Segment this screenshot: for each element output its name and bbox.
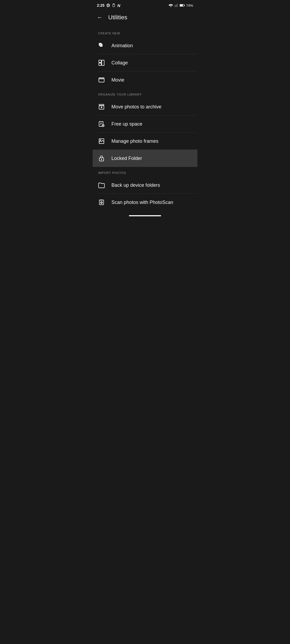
menu-item-locked-folder[interactable]: Locked Folder	[93, 150, 197, 167]
menu-item-photoscan[interactable]: Scan photos with PhotoScan	[93, 194, 197, 211]
menu-item-free-space[interactable]: Free up space	[93, 115, 197, 133]
menu-item-photo-frames[interactable]: Manage photo frames	[93, 133, 197, 150]
svg-rect-6	[99, 60, 101, 63]
content: CREATE NEW Animation Collage	[93, 30, 197, 211]
signal-icon	[174, 3, 179, 7]
status-time: 2:25	[97, 3, 104, 8]
slack-icon	[106, 3, 110, 8]
folder-icon	[98, 182, 105, 189]
status-bar: 2:25 N 74%	[93, 0, 197, 10]
photoscan-label: Scan photos with PhotoScan	[111, 200, 173, 205]
home-indicator	[93, 211, 197, 218]
animation-icon	[98, 42, 105, 49]
archive-label: Move photos to archive	[111, 104, 161, 110]
lock-icon	[98, 155, 105, 162]
photoscan-icon	[98, 199, 105, 206]
svg-rect-2	[180, 5, 183, 6]
status-left: 2:25 N	[97, 3, 120, 8]
back-button[interactable]: ←	[97, 14, 103, 21]
photo-frames-label: Manage photo frames	[111, 138, 158, 144]
page-title: Utilities	[108, 14, 127, 21]
svg-rect-7	[99, 63, 101, 65]
wifi-icon	[168, 3, 173, 7]
free-space-label: Free up space	[111, 121, 142, 127]
menu-item-animation[interactable]: Animation	[93, 37, 197, 54]
menu-item-archive[interactable]: Move photos to archive	[93, 98, 197, 115]
movie-label: Movie	[111, 77, 124, 83]
svg-point-29	[100, 202, 103, 204]
section-label-organize: ORGANIZE YOUR LIBRARY	[93, 91, 197, 98]
backup-folders-label: Back up device folders	[111, 182, 160, 188]
movie-icon	[98, 76, 105, 83]
clipboard-icon	[112, 3, 116, 8]
home-bar	[129, 215, 161, 216]
svg-point-27	[101, 159, 102, 160]
header: ← Utilities	[93, 10, 197, 27]
menu-item-backup-folders[interactable]: Back up device folders	[93, 177, 197, 194]
menu-item-movie[interactable]: Movie	[93, 71, 197, 89]
locked-folder-label: Locked Folder	[111, 156, 142, 161]
svg-point-25	[100, 140, 101, 141]
menu-item-collage[interactable]: Collage	[93, 54, 197, 71]
netflix-icon: N	[117, 3, 120, 8]
svg-rect-15	[99, 104, 104, 105]
free-space-icon	[98, 120, 105, 127]
section-label-create: CREATE NEW	[93, 30, 197, 37]
collage-label: Collage	[111, 60, 128, 66]
animation-label: Animation	[111, 43, 133, 49]
svg-rect-8	[102, 60, 104, 65]
battery-percent: 74%	[186, 3, 193, 8]
svg-point-30	[101, 202, 102, 203]
archive-icon	[98, 103, 105, 110]
section-label-import: IMPORT PHOTOS	[93, 169, 197, 177]
svg-rect-9	[99, 78, 104, 82]
svg-rect-1	[184, 5, 185, 6]
battery-icon	[180, 4, 185, 7]
status-right: 74%	[168, 3, 193, 8]
photo-frames-icon	[98, 138, 105, 145]
collage-icon	[98, 59, 105, 66]
